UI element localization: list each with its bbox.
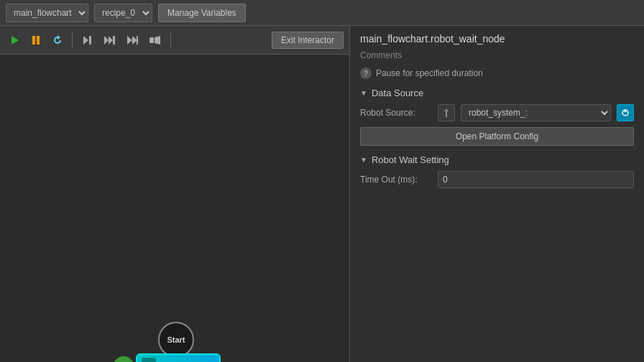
record-button[interactable]: [146, 33, 165, 47]
skip-icon: [103, 34, 116, 46]
svg-rect-1: [32, 36, 35, 45]
svg-rect-11: [150, 37, 154, 43]
flowchart-select[interactable]: main_flowchart: [6, 4, 88, 22]
svg-marker-5: [104, 36, 109, 45]
recipe-select[interactable]: recipe_0: [94, 4, 152, 22]
svg-rect-4: [89, 36, 91, 45]
help-icon: ?: [360, 68, 372, 79]
step-next-button[interactable]: [78, 33, 96, 47]
main-area: Exit Interactor Start: [0, 26, 644, 362]
pause-button[interactable]: [27, 33, 45, 47]
top-bar: main_flowchart recipe_0 Manage Variables: [0, 0, 644, 26]
toolbar: Exit Interactor: [0, 26, 349, 55]
fast-forward-button[interactable]: [123, 33, 142, 47]
robot-source-pin-button[interactable]: [438, 104, 455, 121]
robot-wait-node[interactable]: Robot Wait: [136, 353, 221, 362]
play-icon: [9, 34, 20, 46]
robot-wait-setting-title: Robot Wait Setting: [372, 154, 449, 165]
svg-marker-0: [12, 36, 19, 45]
svg-marker-6: [109, 36, 113, 45]
refresh-small-icon: [622, 109, 629, 116]
robot-wait-triangle: ▼: [360, 156, 367, 164]
svg-rect-10: [137, 36, 138, 45]
svg-marker-8: [127, 36, 132, 45]
svg-marker-3: [83, 36, 88, 45]
manage-variables-button[interactable]: Manage Variables: [158, 4, 246, 22]
record-icon: [149, 34, 162, 46]
refresh-button[interactable]: [49, 33, 66, 47]
timeout-row: Time Out (ms): 0: [360, 171, 634, 188]
flowchart-canvas: Start Robot Wait: [0, 55, 349, 362]
help-row: ? Pause for specified duration: [360, 68, 634, 79]
open-platform-config-button[interactable]: Open Platform Config: [360, 127, 634, 146]
help-text: Pause for specified duration: [376, 68, 483, 78]
timeout-value-display: 0: [438, 171, 634, 188]
data-source-section-header: ▼ Data Source: [360, 88, 634, 98]
flow-connectors: [0, 55, 349, 362]
robot-wait-setting-header: ▼ Robot Wait Setting: [360, 154, 634, 165]
exit-interactor-button[interactable]: Exit Interactor: [272, 32, 344, 49]
flow-play-button[interactable]: [114, 356, 134, 362]
right-panel: main_flowchart.robot_wait_node Comments …: [350, 26, 644, 362]
comments-label: Comments: [360, 50, 634, 60]
robot-source-refresh-button[interactable]: [617, 104, 634, 121]
data-source-title: Data Source: [372, 88, 423, 98]
node-title: main_flowchart.robot_wait_node: [360, 33, 634, 45]
timeout-label: Time Out (ms):: [360, 175, 432, 185]
data-source-triangle: ▼: [360, 89, 367, 97]
play-button[interactable]: [6, 33, 23, 47]
svg-marker-12: [155, 36, 160, 45]
robot-wait-node-icon: [142, 358, 156, 362]
robot-source-select[interactable]: robot_system_:: [461, 104, 611, 121]
pause-icon: [30, 34, 42, 46]
svg-marker-9: [132, 36, 137, 45]
robot-source-row: Robot Source: robot_system_:: [360, 104, 634, 121]
toolbar-divider-2: [170, 33, 171, 47]
step-next-icon: [81, 34, 93, 46]
pin-icon: [443, 108, 450, 117]
left-panel: Exit Interactor Start: [0, 26, 350, 362]
robot-wait-label: Robot Wait: [161, 360, 207, 363]
svg-rect-7: [113, 36, 115, 45]
start-node-label: Start: [167, 335, 185, 344]
toolbar-divider-1: [72, 33, 73, 47]
skip-button[interactable]: [100, 33, 119, 47]
svg-rect-2: [37, 36, 40, 45]
refresh-icon: [52, 34, 63, 46]
robot-source-label: Robot Source:: [360, 108, 432, 118]
fast-forward-icon: [126, 34, 139, 46]
start-node[interactable]: Start: [158, 322, 194, 358]
